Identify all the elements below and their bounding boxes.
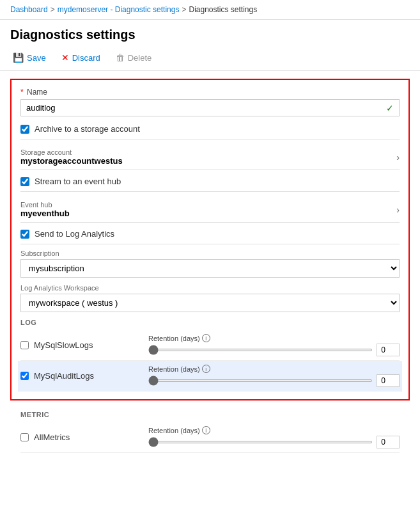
divider-3: [20, 244, 400, 244]
workspace-row: Log Analytics Workspace myworkspace ( we…: [20, 284, 400, 312]
divider-1: [20, 139, 400, 139]
log-analytics-checkbox[interactable]: [20, 230, 29, 239]
save-icon: 💾: [13, 52, 24, 63]
audit-log-retention-area: Retention (days) i: [148, 365, 400, 387]
slow-log-retention-label: Retention (days): [148, 335, 200, 342]
allmetrics-info-icon[interactable]: i: [202, 426, 210, 434]
slow-log-retention-label-row: Retention (days) i: [148, 334, 400, 342]
allmetrics-label: AllMetrics: [34, 432, 70, 442]
slow-log-retention-area: Retention (days) i: [148, 334, 400, 356]
metric-section-label: METRIC: [20, 411, 400, 418]
allmetrics-slider-container: [148, 436, 400, 448]
discard-label: Discard: [72, 53, 100, 63]
storage-chevron-icon: ›: [396, 152, 400, 162]
toolbar: 💾 Save ✕ Discard 🗑 Delete: [0, 47, 420, 71]
log-row-slow: MySqlSlowLogs Retention (days) i: [20, 330, 400, 361]
delete-icon: 🗑: [116, 52, 125, 63]
event-hub-label: Stream to an event hub: [35, 177, 121, 186]
log-section-label: LOG: [20, 319, 400, 326]
form-section: * Name ✓ Archive to a storage account St…: [10, 79, 410, 400]
audit-log-checkbox[interactable]: [20, 372, 29, 380]
divider-2: [20, 191, 400, 192]
event-hub-value: myeventhub: [20, 209, 70, 218]
subscription-row: Subscription mysubscription: [20, 250, 400, 278]
breadcrumb: Dashboard > mydemoserver - Diagnostic se…: [0, 0, 420, 20]
slow-log-name-cell: MySqlSlowLogs: [20, 340, 148, 350]
subscription-label: Subscription: [20, 250, 400, 257]
storage-account-label: Storage account: [20, 148, 123, 156]
storage-account-row[interactable]: Storage account mystorageaccountwestus ›: [20, 145, 400, 170]
slow-log-checkbox[interactable]: [20, 341, 29, 349]
page-title: Diagnostics settings: [0, 20, 420, 47]
event-hub-account-label: Event hub: [20, 201, 70, 209]
log-analytics-label: Send to Log Analytics: [35, 229, 114, 239]
metric-section: METRIC AllMetrics Retention (days) i: [10, 411, 410, 453]
workspace-label: Log Analytics Workspace: [20, 284, 400, 292]
audit-log-info-icon[interactable]: i: [202, 365, 210, 373]
audit-log-label: MySqlAuditLogs: [34, 371, 94, 381]
audit-log-retention-input[interactable]: [377, 374, 400, 387]
workspace-select[interactable]: myworkspace ( westus ): [20, 294, 400, 312]
event-hub-row[interactable]: Event hub myeventhub ›: [20, 197, 400, 223]
save-label: Save: [27, 53, 46, 63]
allmetrics-checkbox[interactable]: [20, 433, 29, 441]
event-hub-checkbox[interactable]: [20, 177, 29, 186]
archive-checkbox-row: Archive to a storage account: [20, 124, 400, 134]
slow-log-info-icon[interactable]: i: [202, 334, 210, 342]
allmetrics-retention-input[interactable]: [377, 436, 400, 448]
audit-log-retention-label: Retention (days): [148, 365, 200, 373]
audit-log-slider-container: [148, 374, 400, 387]
name-input[interactable]: [21, 100, 381, 116]
allmetrics-retention-label: Retention (days): [148, 427, 200, 434]
allmetrics-retention-label-row: Retention (days) i: [148, 426, 400, 434]
subscription-select[interactable]: mysubscription: [20, 259, 400, 278]
event-hub-chevron-icon: ›: [396, 205, 400, 215]
audit-log-slider[interactable]: [148, 379, 373, 382]
delete-label: Delete: [128, 53, 152, 63]
slow-log-slider-container: [148, 344, 400, 356]
slow-log-label: MySqlSlowLogs: [34, 340, 93, 350]
breadcrumb-current: Diagnostics settings: [189, 5, 257, 14]
archive-label: Archive to a storage account: [35, 124, 140, 134]
name-input-row: ✓: [20, 99, 400, 116]
allmetrics-name-cell: AllMetrics: [20, 432, 148, 442]
event-hub-checkbox-row: Stream to an event hub: [20, 177, 400, 186]
breadcrumb-sep-2: >: [182, 5, 186, 14]
archive-checkbox[interactable]: [20, 125, 29, 134]
audit-log-name-cell: MySqlAuditLogs: [20, 371, 148, 381]
main-content: * Name ✓ Archive to a storage account St…: [0, 71, 420, 461]
check-icon: ✓: [381, 103, 399, 113]
slow-log-slider[interactable]: [148, 349, 373, 351]
audit-log-retention-label-row: Retention (days) i: [148, 365, 400, 373]
discard-icon: ✕: [61, 52, 69, 63]
slow-log-retention-input[interactable]: [377, 344, 400, 356]
slow-log-retention-col: Retention (days) i: [148, 334, 400, 356]
storage-account-value: mystorageaccountwestus: [20, 156, 123, 166]
save-button[interactable]: 💾 Save: [10, 51, 49, 64]
name-field-label: * Name: [20, 88, 400, 97]
metric-row-allmetrics: AllMetrics Retention (days) i: [20, 422, 400, 453]
delete-button[interactable]: 🗑 Delete: [113, 51, 155, 64]
breadcrumb-sep-1: >: [51, 5, 55, 14]
allmetrics-retention-area: Retention (days) i: [148, 426, 400, 448]
required-marker: *: [20, 88, 24, 97]
audit-log-retention-col: Retention (days) i: [148, 365, 400, 387]
breadcrumb-server[interactable]: mydemoserver - Diagnostic settings: [58, 5, 180, 14]
log-row-audit: MySqlAuditLogs Retention (days) i: [18, 361, 402, 392]
breadcrumb-dashboard[interactable]: Dashboard: [10, 5, 48, 14]
allmetrics-retention-col: Retention (days) i: [148, 426, 400, 448]
storage-info: Storage account mystorageaccountwestus: [20, 148, 123, 166]
discard-button[interactable]: ✕ Discard: [59, 51, 103, 64]
event-hub-info: Event hub myeventhub: [20, 201, 70, 218]
log-analytics-checkbox-row: Send to Log Analytics: [20, 229, 400, 239]
allmetrics-slider[interactable]: [148, 441, 373, 443]
